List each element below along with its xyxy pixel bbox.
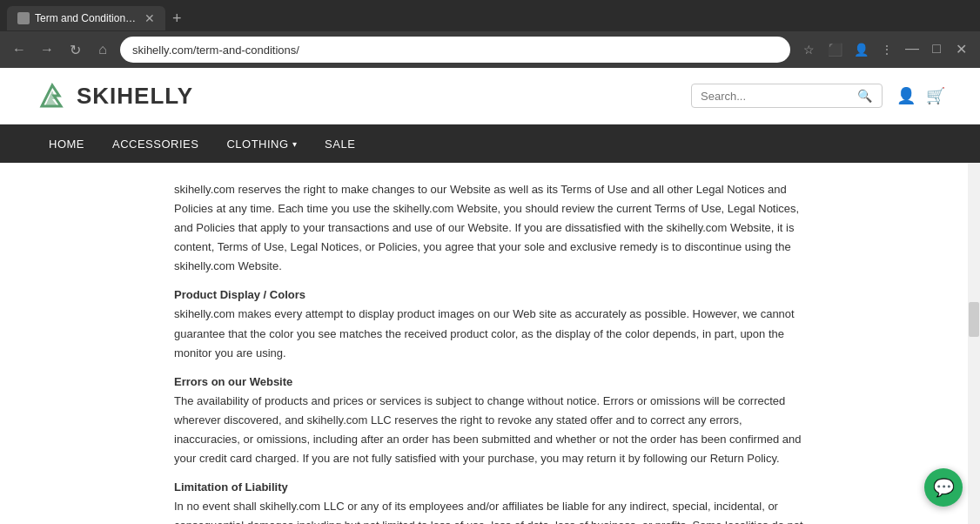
user-icon-button[interactable]: 👤 [896, 86, 916, 105]
nav-item-accessories[interactable]: ACCESSORIES [98, 124, 212, 163]
browser-controls: ← → ↻ ⌂ skihelly.com/term-and-conditions… [0, 31, 980, 68]
cart-icon-button[interactable]: 🛒 [926, 86, 945, 105]
logo-icon [35, 78, 70, 113]
logo-text: SKIHELLY [77, 83, 193, 110]
tab-close-button[interactable]: ✕ [144, 11, 155, 25]
search-button[interactable]: 🔍 [857, 89, 872, 103]
section-title-liability: Limitation of Liability [174, 480, 806, 494]
nav-item-home[interactable]: HOME [35, 124, 98, 163]
clothing-dropdown-arrow: ▾ [292, 139, 298, 149]
address-text: skihelly.com/term-and-conditions/ [132, 44, 299, 57]
header-right: 🔍 👤 🛒 [691, 84, 945, 108]
active-tab[interactable]: Term and Conditions - skihelly. ✕ [7, 6, 165, 30]
bookmark-button[interactable]: ☆ [797, 38, 820, 61]
reload-button[interactable]: ↻ [64, 39, 85, 60]
section-body-product-display: skihelly.com makes every attempt to disp… [174, 305, 806, 362]
back-button[interactable]: ← [9, 39, 30, 60]
intro-paragraph: skihelly.com reserves the right to make … [174, 180, 806, 276]
browser-right-buttons: ☆ ⬛ 👤 ⋮ — □ ✕ [797, 38, 971, 61]
tab-bar: Term and Conditions - skihelly. ✕ + [0, 0, 980, 31]
profile-button[interactable]: 👤 [849, 38, 872, 61]
section-errors: Errors on our Website The availability o… [174, 375, 806, 468]
tab-title: Term and Conditions - skihelly. [35, 12, 139, 24]
site-header: SKIHELLY 🔍 👤 🛒 [0, 68, 980, 124]
section-title-errors: Errors on our Website [174, 375, 806, 388]
search-input[interactable] [701, 90, 857, 103]
section-product-display: Product Display / Colors skihelly.com ma… [174, 288, 806, 362]
site-navigation: HOME ACCESSORIES CLOTHING ▾ SALE [0, 124, 980, 163]
scrollbar-thumb[interactable] [969, 302, 979, 337]
restore-button[interactable]: □ [926, 38, 947, 59]
section-body-liability: In no event shall skihelly.com LLC or an… [174, 497, 806, 524]
main-content: skihelly.com reserves the right to make … [0, 163, 980, 524]
nav-item-clothing[interactable]: CLOTHING ▾ [212, 124, 311, 163]
page-scrollbar[interactable] [968, 163, 980, 524]
address-bar[interactable]: skihelly.com/term-and-conditions/ [120, 37, 790, 63]
home-button[interactable]: ⌂ [92, 39, 113, 60]
minimize-button[interactable]: — [902, 38, 923, 59]
browser-chrome: Term and Conditions - skihelly. ✕ + ← → … [0, 0, 980, 68]
new-tab-button[interactable]: + [165, 10, 189, 28]
section-body-errors: The availability of products and prices … [174, 392, 806, 468]
header-icons: 👤 🛒 [896, 86, 945, 105]
chat-icon: 💬 [933, 477, 955, 498]
forward-button[interactable]: → [37, 39, 57, 60]
logo[interactable]: SKIHELLY [35, 78, 193, 113]
nav-item-sale[interactable]: SALE [311, 124, 369, 163]
chat-button[interactable]: 💬 [924, 468, 963, 507]
section-liability: Limitation of Liability In no event shal… [174, 480, 806, 524]
search-bar[interactable]: 🔍 [691, 84, 883, 108]
website-content: SKIHELLY 🔍 👤 🛒 HOME ACCESSORIES CLOTHING… [0, 68, 980, 524]
close-window-button[interactable]: ✕ [950, 38, 971, 59]
more-button[interactable]: ⋮ [876, 38, 898, 61]
extensions-button[interactable]: ⬛ [823, 38, 846, 61]
tab-favicon [17, 12, 30, 24]
nav-clothing-label: CLOTHING [226, 138, 288, 151]
section-title-product-display: Product Display / Colors [174, 288, 806, 301]
